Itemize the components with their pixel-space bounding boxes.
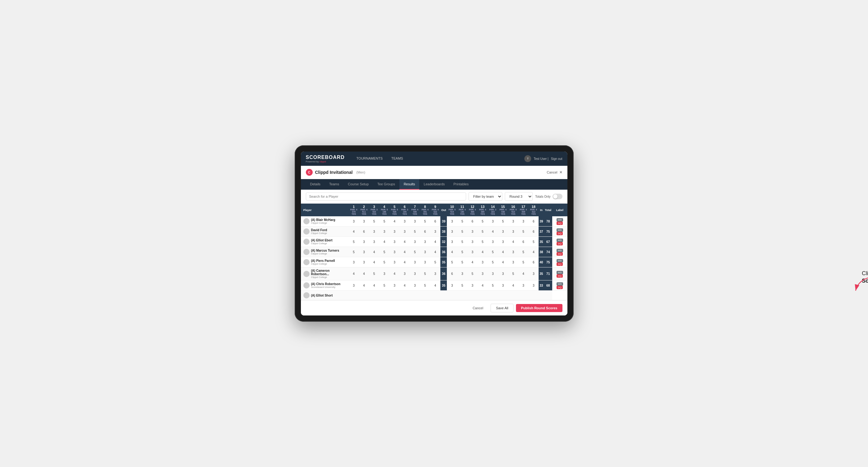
tab-details[interactable]: Details [306, 179, 325, 190]
score-hole-5[interactable]: 3 [390, 247, 400, 257]
score-hole-13[interactable]: 5 [477, 237, 488, 247]
score-hole-9[interactable]: 4 [430, 247, 440, 257]
score-hole-4[interactable]: 3 [379, 268, 390, 280]
score-hole-7[interactable]: 3 [410, 268, 420, 280]
score-hole-3[interactable]: 4 [369, 247, 379, 257]
score-hole-10[interactable]: 3 [447, 216, 457, 226]
score-hole-12[interactable]: 6 [467, 216, 477, 226]
score-hole-9[interactable]: 3 [430, 268, 440, 280]
score-hole-13[interactable]: 4 [477, 280, 488, 291]
dq-badge[interactable]: DQ [557, 232, 563, 235]
score-hole-11[interactable]: 5 [457, 226, 467, 237]
score-hole-10[interactable]: 3 [447, 280, 457, 291]
score-hole-14[interactable]: 5 [488, 257, 498, 268]
score-hole-4[interactable]: 5 [379, 247, 390, 257]
score-hole-8[interactable]: 5 [420, 268, 430, 280]
score-hole-5[interactable]: 4 [390, 268, 400, 280]
score-hole-16[interactable]: 5 [508, 268, 519, 280]
tab-teams[interactable]: Teams [325, 179, 343, 190]
score-hole-12[interactable]: 3 [467, 247, 477, 257]
score-hole-2[interactable]: 3 [359, 257, 369, 268]
score-hole-15[interactable]: 4 [498, 247, 508, 257]
score-hole-6[interactable]: 4 [399, 280, 410, 291]
dq-badge[interactable]: DQ [557, 286, 563, 289]
score-hole-13[interactable]: 5 [477, 226, 488, 237]
score-hole-6[interactable]: 4 [399, 257, 410, 268]
score-hole-1[interactable]: 5 [349, 237, 359, 247]
score-hole-14[interactable]: 4 [488, 226, 498, 237]
score-hole-15[interactable]: 5 [498, 216, 508, 226]
score-hole-3[interactable]: 4 [369, 280, 379, 291]
dq-badge[interactable]: DQ [557, 222, 563, 225]
score-hole-16[interactable]: 4 [508, 280, 519, 291]
tab-tee-groups[interactable]: Tee Groups [373, 179, 399, 190]
score-hole-2[interactable]: 3 [359, 237, 369, 247]
score-hole-11[interactable]: 5 [457, 216, 467, 226]
score-hole-5[interactable]: 3 [390, 237, 400, 247]
score-hole-15[interactable]: 3 [498, 280, 508, 291]
score-hole-1[interactable]: 3 [349, 216, 359, 226]
wd-badge[interactable]: WD [557, 282, 563, 286]
score-hole-7[interactable]: 5 [410, 226, 420, 237]
score-hole-14[interactable]: 5 [488, 280, 498, 291]
score-hole-5[interactable]: 4 [390, 216, 400, 226]
score-hole-18[interactable]: 6 [528, 257, 538, 268]
score-hole-13[interactable]: 4 [477, 247, 488, 257]
score-hole-10[interactable]: 6 [447, 268, 457, 280]
score-hole-4[interactable]: 3 [379, 226, 390, 237]
nav-tournaments[interactable]: TOURNAMENTS [352, 154, 387, 163]
score-hole-15[interactable]: 3 [498, 226, 508, 237]
score-hole-8[interactable]: 3 [420, 237, 430, 247]
score-hole-10[interactable]: 5 [447, 257, 457, 268]
score-hole-16[interactable]: 3 [508, 216, 519, 226]
tab-course-setup[interactable]: Course Setup [344, 179, 373, 190]
score-hole-18[interactable]: 4 [528, 247, 538, 257]
dq-badge[interactable]: DQ [557, 274, 563, 278]
search-input[interactable] [306, 192, 466, 200]
filter-by-team-select[interactable]: Filter by team [469, 192, 502, 201]
wd-badge[interactable]: WD [557, 249, 563, 252]
score-hole-16[interactable]: 3 [508, 257, 519, 268]
score-hole-7[interactable]: 3 [410, 257, 420, 268]
score-hole-13[interactable]: 3 [477, 268, 488, 280]
score-hole-16[interactable]: 3 [508, 247, 519, 257]
score-hole-14[interactable]: 5 [488, 247, 498, 257]
totals-only-toggle[interactable] [553, 194, 562, 199]
score-hole-13[interactable]: 5 [477, 216, 488, 226]
wd-badge[interactable]: WD [557, 259, 563, 262]
score-hole-1[interactable]: 3 [349, 257, 359, 268]
score-hole-7[interactable]: 3 [410, 216, 420, 226]
dq-badge[interactable]: DQ [557, 252, 563, 256]
score-hole-1[interactable]: 5 [349, 247, 359, 257]
score-hole-2[interactable]: 3 [359, 247, 369, 257]
score-hole-11[interactable]: 5 [457, 237, 467, 247]
save-all-button[interactable]: Save All [491, 304, 514, 312]
cancel-button[interactable]: Cancel [468, 304, 488, 312]
score-hole-2[interactable]: 6 [359, 226, 369, 237]
score-hole-12[interactable]: 3 [467, 280, 477, 291]
cancel-tournament-button[interactable]: Cancel ✕ [547, 170, 562, 175]
score-hole-11[interactable]: 3 [457, 268, 467, 280]
score-hole-18[interactable]: 6 [528, 226, 538, 237]
score-hole-10[interactable]: 3 [447, 226, 457, 237]
score-hole-3[interactable]: 3 [369, 226, 379, 237]
score-hole-12[interactable]: 5 [467, 268, 477, 280]
score-hole-6[interactable]: 3 [399, 268, 410, 280]
score-hole-8[interactable]: 3 [420, 247, 430, 257]
score-hole-14[interactable]: 3 [488, 237, 498, 247]
score-hole-14[interactable]: 3 [488, 216, 498, 226]
score-hole-7[interactable]: 3 [410, 237, 420, 247]
score-hole-2[interactable]: 4 [359, 268, 369, 280]
score-hole-17[interactable]: 5 [518, 247, 528, 257]
score-hole-18[interactable]: 3 [528, 280, 538, 291]
score-hole-2[interactable]: 4 [359, 280, 369, 291]
score-hole-17[interactable]: 5 [518, 257, 528, 268]
wd-badge[interactable]: WD [557, 239, 563, 242]
score-hole-1[interactable]: 4 [349, 226, 359, 237]
score-hole-16[interactable]: 3 [508, 226, 519, 237]
dq-badge[interactable]: DQ [557, 242, 563, 245]
score-hole-1[interactable]: 3 [349, 280, 359, 291]
publish-round-scores-button[interactable]: Publish Round Scores [516, 304, 562, 312]
score-hole-18[interactable]: 3 [528, 268, 538, 280]
tab-leaderboards[interactable]: Leaderboards [419, 179, 449, 190]
